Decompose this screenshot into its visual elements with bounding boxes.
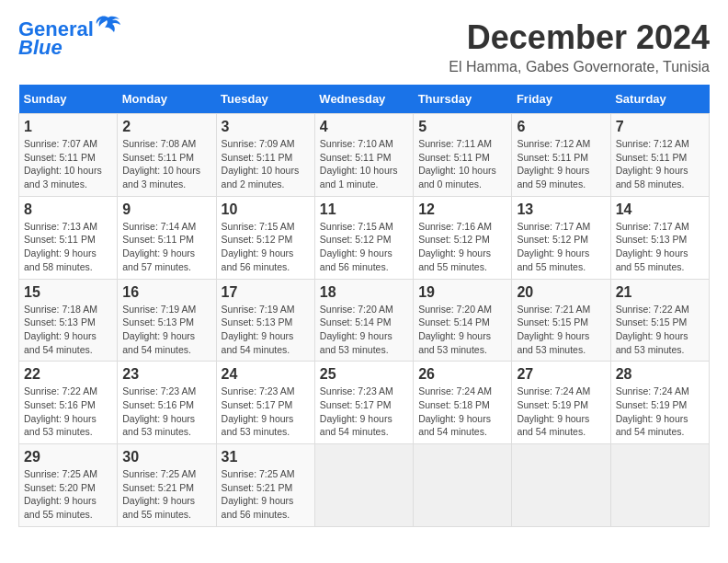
day-number: 27 <box>517 366 605 383</box>
calendar-cell: 18 Sunrise: 7:20 AM Sunset: 5:14 PM Dayl… <box>314 279 413 362</box>
calendar-cell: 22 Sunrise: 7:22 AM Sunset: 5:16 PM Dayl… <box>19 362 118 444</box>
day-number: 31 <box>222 449 310 465</box>
calendar-cell: 14 Sunrise: 7:17 AM Sunset: 5:13 PM Dayl… <box>610 196 709 279</box>
day-number: 26 <box>418 366 506 383</box>
calendar-cell: 24 Sunrise: 7:23 AM Sunset: 5:17 PM Dayl… <box>216 362 314 444</box>
day-info: Sunrise: 7:11 AM Sunset: 5:11 PM Dayligh… <box>418 137 506 191</box>
calendar-cell: 26 Sunrise: 7:24 AM Sunset: 5:18 PM Dayl… <box>414 362 512 444</box>
calendar-cell: 13 Sunrise: 7:17 AM Sunset: 5:12 PM Dayl… <box>512 196 610 279</box>
calendar-cell: 7 Sunrise: 7:12 AM Sunset: 5:11 PM Dayli… <box>610 114 709 197</box>
calendar-cell: 20 Sunrise: 7:21 AM Sunset: 5:15 PM Dayl… <box>512 279 610 362</box>
header-row: Sunday Monday Tuesday Wednesday Thursday… <box>19 85 710 114</box>
day-number: 28 <box>616 366 704 383</box>
day-number: 6 <box>517 119 605 135</box>
day-info: Sunrise: 7:24 AM Sunset: 5:19 PM Dayligh… <box>616 385 704 439</box>
col-monday: Monday <box>118 85 216 114</box>
day-info: Sunrise: 7:08 AM Sunset: 5:11 PM Dayligh… <box>122 137 210 191</box>
day-info: Sunrise: 7:18 AM Sunset: 5:13 PM Dayligh… <box>24 303 112 357</box>
calendar-cell: 8 Sunrise: 7:13 AM Sunset: 5:11 PM Dayli… <box>19 196 118 279</box>
day-number: 5 <box>418 119 506 135</box>
day-number: 21 <box>616 284 704 301</box>
col-saturday: Saturday <box>610 85 709 114</box>
day-info: Sunrise: 7:23 AM Sunset: 5:16 PM Dayligh… <box>122 385 210 439</box>
day-number: 3 <box>222 119 310 135</box>
calendar-body: 1 Sunrise: 7:07 AM Sunset: 5:11 PM Dayli… <box>19 114 710 527</box>
day-info: Sunrise: 7:07 AM Sunset: 5:11 PM Dayligh… <box>24 137 112 191</box>
day-number: 14 <box>616 201 704 218</box>
day-info: Sunrise: 7:17 AM Sunset: 5:12 PM Dayligh… <box>517 220 605 274</box>
day-info: Sunrise: 7:20 AM Sunset: 5:14 PM Dayligh… <box>320 303 408 357</box>
title-section: December 2024 El Hamma, Gabes Governorat… <box>449 18 710 75</box>
day-info: Sunrise: 7:25 AM Sunset: 5:21 PM Dayligh… <box>222 467 310 522</box>
page-container: General Blue December 2024 El Hamma, Gab… <box>18 18 710 527</box>
day-number: 24 <box>222 366 310 383</box>
day-number: 10 <box>222 201 310 218</box>
calendar-cell: 31 Sunrise: 7:25 AM Sunset: 5:21 PM Dayl… <box>216 444 314 527</box>
day-info: Sunrise: 7:19 AM Sunset: 5:13 PM Dayligh… <box>122 303 210 357</box>
calendar-subtitle: El Hamma, Gabes Governorate, Tunisia <box>449 59 710 75</box>
calendar-cell: 28 Sunrise: 7:24 AM Sunset: 5:19 PM Dayl… <box>610 362 709 444</box>
calendar-cell: 25 Sunrise: 7:23 AM Sunset: 5:17 PM Dayl… <box>314 362 413 444</box>
day-number: 2 <box>122 119 210 135</box>
day-info: Sunrise: 7:17 AM Sunset: 5:13 PM Dayligh… <box>616 220 704 274</box>
calendar-cell <box>414 444 512 527</box>
day-number: 9 <box>122 201 210 218</box>
logo: General Blue <box>18 18 121 59</box>
calendar-cell: 29 Sunrise: 7:25 AM Sunset: 5:20 PM Dayl… <box>19 444 118 527</box>
calendar-cell: 15 Sunrise: 7:18 AM Sunset: 5:13 PM Dayl… <box>19 279 118 362</box>
day-number: 11 <box>320 201 408 218</box>
day-info: Sunrise: 7:19 AM Sunset: 5:13 PM Dayligh… <box>222 303 310 357</box>
col-thursday: Thursday <box>414 85 512 114</box>
day-info: Sunrise: 7:09 AM Sunset: 5:11 PM Dayligh… <box>222 137 310 191</box>
day-number: 15 <box>24 284 112 301</box>
day-info: Sunrise: 7:12 AM Sunset: 5:11 PM Dayligh… <box>616 137 704 191</box>
calendar-cell: 11 Sunrise: 7:15 AM Sunset: 5:12 PM Dayl… <box>314 196 413 279</box>
day-info: Sunrise: 7:16 AM Sunset: 5:12 PM Dayligh… <box>418 220 506 274</box>
day-number: 4 <box>320 119 408 135</box>
day-info: Sunrise: 7:22 AM Sunset: 5:15 PM Dayligh… <box>616 303 704 357</box>
header: General Blue December 2024 El Hamma, Gab… <box>18 18 710 75</box>
day-number: 16 <box>122 284 210 301</box>
day-number: 19 <box>418 284 506 301</box>
day-info: Sunrise: 7:20 AM Sunset: 5:14 PM Dayligh… <box>418 303 506 357</box>
day-number: 1 <box>24 119 112 135</box>
day-info: Sunrise: 7:21 AM Sunset: 5:15 PM Dayligh… <box>517 303 605 357</box>
col-sunday: Sunday <box>19 85 118 114</box>
day-number: 13 <box>517 201 605 218</box>
calendar-cell: 3 Sunrise: 7:09 AM Sunset: 5:11 PM Dayli… <box>216 114 314 197</box>
day-number: 8 <box>24 201 112 218</box>
day-number: 29 <box>24 449 112 465</box>
day-info: Sunrise: 7:15 AM Sunset: 5:12 PM Dayligh… <box>222 220 310 274</box>
calendar-cell: 19 Sunrise: 7:20 AM Sunset: 5:14 PM Dayl… <box>414 279 512 362</box>
day-number: 30 <box>122 449 210 465</box>
day-number: 12 <box>418 201 506 218</box>
calendar-cell: 9 Sunrise: 7:14 AM Sunset: 5:11 PM Dayli… <box>118 196 216 279</box>
calendar-cell: 16 Sunrise: 7:19 AM Sunset: 5:13 PM Dayl… <box>118 279 216 362</box>
calendar-cell: 5 Sunrise: 7:11 AM Sunset: 5:11 PM Dayli… <box>414 114 512 197</box>
day-info: Sunrise: 7:23 AM Sunset: 5:17 PM Dayligh… <box>222 385 310 439</box>
logo-bird-icon <box>96 16 121 36</box>
calendar-cell <box>314 444 413 527</box>
col-wednesday: Wednesday <box>314 85 413 114</box>
day-info: Sunrise: 7:25 AM Sunset: 5:20 PM Dayligh… <box>24 467 112 522</box>
logo-blue-text: Blue <box>18 37 63 59</box>
calendar-cell: 27 Sunrise: 7:24 AM Sunset: 5:19 PM Dayl… <box>512 362 610 444</box>
calendar-cell <box>512 444 610 527</box>
day-info: Sunrise: 7:12 AM Sunset: 5:11 PM Dayligh… <box>517 137 605 191</box>
day-info: Sunrise: 7:15 AM Sunset: 5:12 PM Dayligh… <box>320 220 408 274</box>
day-number: 7 <box>616 119 704 135</box>
day-number: 17 <box>222 284 310 301</box>
day-info: Sunrise: 7:10 AM Sunset: 5:11 PM Dayligh… <box>320 137 408 191</box>
day-info: Sunrise: 7:24 AM Sunset: 5:18 PM Dayligh… <box>418 385 506 439</box>
day-number: 22 <box>24 366 112 383</box>
day-number: 20 <box>517 284 605 301</box>
day-number: 18 <box>320 284 408 301</box>
calendar-cell: 17 Sunrise: 7:19 AM Sunset: 5:13 PM Dayl… <box>216 279 314 362</box>
day-number: 23 <box>122 366 210 383</box>
day-info: Sunrise: 7:24 AM Sunset: 5:19 PM Dayligh… <box>517 385 605 439</box>
day-info: Sunrise: 7:22 AM Sunset: 5:16 PM Dayligh… <box>24 385 112 439</box>
calendar-cell: 12 Sunrise: 7:16 AM Sunset: 5:12 PM Dayl… <box>414 196 512 279</box>
day-info: Sunrise: 7:13 AM Sunset: 5:11 PM Dayligh… <box>24 220 112 274</box>
calendar-cell: 6 Sunrise: 7:12 AM Sunset: 5:11 PM Dayli… <box>512 114 610 197</box>
calendar-cell: 1 Sunrise: 7:07 AM Sunset: 5:11 PM Dayli… <box>19 114 118 197</box>
